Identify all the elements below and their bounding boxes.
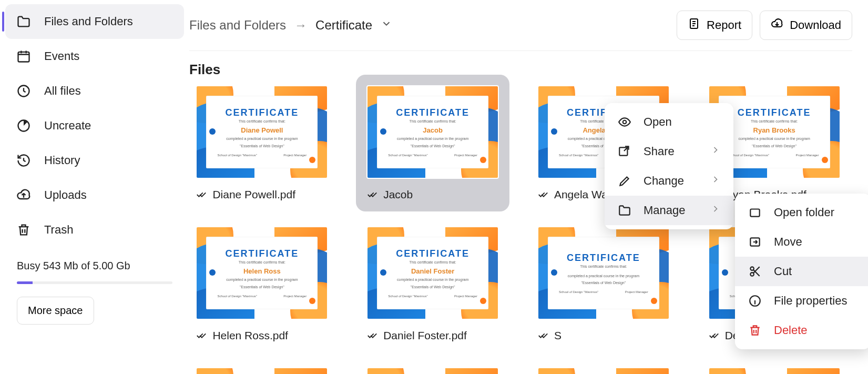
sidebar-item-uploads[interactable]: Uploads: [5, 178, 184, 213]
folder-open-icon: [748, 205, 762, 220]
menu-item-open[interactable]: Open: [605, 107, 733, 137]
sidebar-item-label: All files: [44, 84, 81, 98]
menu-item-share[interactable]: Share: [605, 137, 733, 166]
file-card[interactable]: CERTIFICATE This certificate confirms th…: [189, 226, 335, 342]
file-thumbnail: [537, 367, 670, 374]
menu-label: Manage: [644, 204, 686, 217]
cloud-download-icon: [771, 17, 783, 33]
menu-item-change[interactable]: Change: [605, 166, 733, 196]
sidebar-item-trash[interactable]: Trash: [5, 213, 184, 247]
sidebar-item-all-files[interactable]: All files: [5, 74, 184, 108]
status-icon: [196, 189, 207, 200]
file-thumbnail: [366, 367, 499, 374]
chevron-right-icon: [710, 145, 721, 158]
arrow-right-icon: →: [294, 18, 307, 33]
folder-icon: [617, 203, 632, 218]
sidebar-item-events[interactable]: Events: [5, 39, 184, 74]
file-caption: S: [537, 329, 670, 342]
svg-rect-6: [750, 209, 759, 217]
file-caption: Daniel Foster.pdf: [366, 329, 499, 342]
storage-usage: Busy 543 Mb of 5.00 Gb: [5, 247, 184, 284]
file-thumbnail: [196, 367, 328, 374]
file-thumbnail: CERTIFICATE This certificate confirms th…: [196, 85, 328, 179]
calendar-icon: [16, 48, 32, 64]
menu-label: Delete: [774, 324, 808, 337]
chevron-down-icon[interactable]: [381, 18, 392, 33]
more-space-button[interactable]: More space: [17, 297, 94, 325]
menu-label: Cut: [774, 265, 792, 278]
status-icon: [366, 330, 378, 341]
file-card[interactable]: [531, 367, 677, 374]
move-icon: [748, 235, 762, 249]
menu-label: File properties: [774, 294, 847, 308]
menu-label: Share: [644, 145, 675, 158]
main: Files and Folders → Certificate Report: [189, 0, 868, 374]
share-icon: [617, 144, 632, 159]
svg-point-9: [750, 272, 754, 276]
file-thumbnail: CERTIFICATE This certificate confirms th…: [366, 226, 499, 320]
trash-icon: [16, 222, 32, 238]
menu-label: Change: [644, 174, 684, 188]
menu-label: Move: [774, 235, 802, 249]
svg-point-8: [750, 267, 754, 270]
file-card[interactable]: CERTIFICATE This certificate confirms th…: [360, 85, 506, 201]
svg-point-4: [623, 120, 627, 124]
file-name: Jacob: [383, 188, 413, 201]
cloud-upload-icon: [16, 187, 32, 203]
trash-icon: [748, 323, 762, 338]
submenu-item-cut[interactable]: Cut: [735, 257, 868, 286]
file-name: Helen Ross.pdf: [212, 329, 288, 342]
pie-icon: [16, 118, 32, 134]
context-menu: Open Share Change Manage: [605, 103, 733, 229]
file-name: S: [554, 329, 561, 342]
file-thumbnail: CERTIFICATE This certificate confirms th…: [366, 85, 499, 179]
file-caption: Jacob: [366, 188, 499, 201]
file-card[interactable]: CERTIFICATE This certificate confirms th…: [360, 226, 506, 342]
storage-bar: [17, 281, 172, 284]
download-label: Download: [790, 18, 841, 32]
sidebar-item-label: Trash: [44, 223, 73, 237]
file-card[interactable]: [360, 367, 506, 374]
status-icon: [366, 189, 378, 200]
report-button[interactable]: Report: [677, 11, 752, 40]
submenu-item-file-properties[interactable]: File properties: [735, 286, 868, 316]
section-title: Files: [189, 51, 852, 85]
sidebar-item-history[interactable]: History: [5, 143, 184, 178]
report-icon: [688, 17, 700, 33]
file-thumbnail: [708, 367, 841, 374]
file-card[interactable]: [701, 367, 847, 374]
sidebar-item-files-and-folders[interactable]: Files and Folders: [5, 4, 184, 39]
file-caption: Diane Powell.pdf: [196, 188, 328, 201]
sidebar: Files and Folders Events All files Uncre…: [0, 0, 189, 374]
file-name: Diane Powell.pdf: [212, 188, 295, 201]
breadcrumb-current[interactable]: Certificate: [315, 18, 372, 33]
sidebar-item-label: Uncreate: [44, 119, 91, 133]
file-card[interactable]: CERTIFICATE This certificate confirms th…: [531, 226, 677, 342]
breadcrumb-root[interactable]: Files and Folders: [189, 18, 286, 33]
breadcrumb[interactable]: Files and Folders → Certificate: [189, 18, 392, 33]
scissors-icon: [748, 264, 762, 279]
context-submenu: Open folder Move Cut File properties: [735, 194, 868, 349]
file-name: Daniel Foster.pdf: [383, 329, 467, 342]
download-button[interactable]: Download: [760, 11, 852, 40]
svg-rect-0: [18, 52, 29, 62]
submenu-item-open-folder[interactable]: Open folder: [735, 198, 868, 227]
file-card[interactable]: [189, 367, 335, 374]
clock-icon: [16, 83, 32, 99]
top-actions: Report Download: [677, 11, 852, 40]
eye-icon: [617, 115, 632, 129]
status-icon: [196, 330, 207, 341]
topbar: Files and Folders → Certificate Report: [189, 4, 852, 51]
file-card[interactable]: CERTIFICATE This certificate confirms th…: [189, 85, 335, 201]
sidebar-item-label: Events: [44, 49, 79, 63]
submenu-item-move[interactable]: Move: [735, 227, 868, 257]
menu-item-manage[interactable]: Manage: [605, 196, 733, 225]
history-icon: [16, 153, 32, 168]
chevron-right-icon: [710, 174, 721, 188]
submenu-item-delete[interactable]: Delete: [735, 316, 868, 345]
storage-text: Busy 543 Mb of 5.00 Gb: [17, 260, 172, 272]
sidebar-item-uncreate[interactable]: Uncreate: [5, 108, 184, 143]
info-icon: [748, 294, 762, 308]
folder-icon: [16, 14, 32, 29]
sidebar-item-label: History: [44, 154, 80, 167]
